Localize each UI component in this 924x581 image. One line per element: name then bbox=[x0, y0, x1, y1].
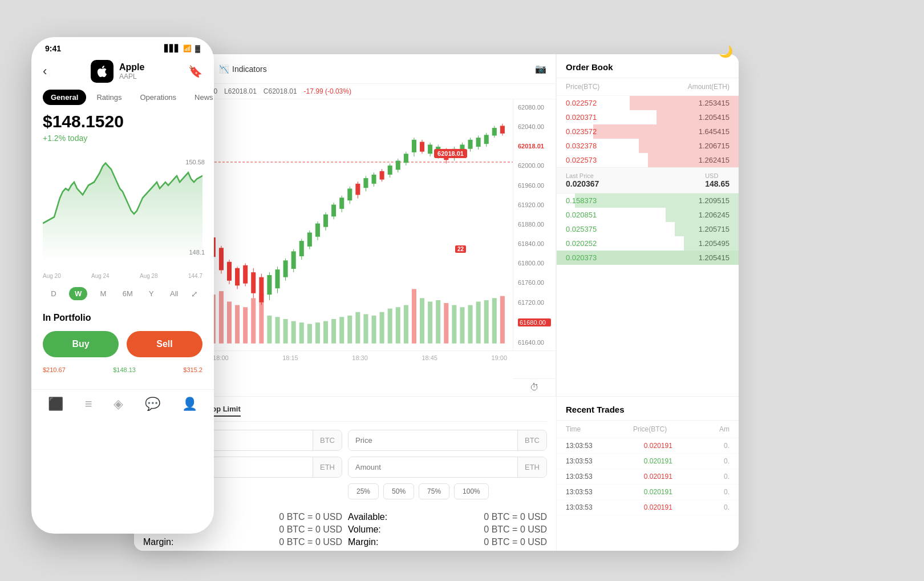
order-book-headers: Price(BTC) Amount(ETH) bbox=[557, 78, 739, 96]
date-label-right: Aug 28 bbox=[140, 273, 158, 279]
phone-header: ‹ Apple AAPL 🔖 bbox=[31, 58, 214, 90]
buy-order-1[interactable]: 0.158373 1.209515 bbox=[557, 193, 739, 208]
ob-mid-right: USD 148.65 bbox=[705, 172, 730, 188]
price-label-6: 61880.00 bbox=[518, 221, 551, 228]
clock-icon[interactable]: ⏱ bbox=[530, 382, 539, 393]
buy-bar-4 bbox=[684, 236, 739, 251]
sell-order-5[interactable]: 0.022573 1.262415 bbox=[557, 153, 739, 167]
svg-rect-28 bbox=[243, 265, 248, 284]
tf-d[interactable]: D bbox=[47, 287, 59, 300]
svg-rect-64 bbox=[388, 166, 392, 175]
recent-trades-title: Recent Trades bbox=[557, 397, 739, 421]
svg-rect-116 bbox=[323, 321, 328, 344]
ohlc-change: -17.99 (-0.03%) bbox=[304, 87, 351, 95]
svg-rect-126 bbox=[404, 305, 408, 344]
svg-rect-122 bbox=[372, 316, 376, 344]
svg-rect-130 bbox=[436, 300, 440, 344]
pct-50[interactable]: 50% bbox=[383, 483, 414, 499]
buy-order-4[interactable]: 0.020252 1.205495 bbox=[557, 236, 739, 251]
sell-order-4[interactable]: 0.032378 1.206715 bbox=[557, 139, 739, 153]
tab-operations[interactable]: Operations bbox=[132, 90, 185, 105]
left-margin-row: Margin: 0 BTC = 0 USD bbox=[143, 536, 342, 548]
svg-rect-74 bbox=[428, 144, 432, 154]
back-button[interactable]: ‹ bbox=[43, 64, 47, 79]
indicators-icon: 📉 bbox=[219, 64, 229, 74]
portfolio-buttons: Buy Sell bbox=[43, 331, 202, 357]
price-label-8: 61800.00 bbox=[518, 260, 551, 267]
order-book-mid: Last Price 0.020367 USD 148.65 bbox=[557, 167, 739, 193]
trade-5: 13:03:53 0.020191 0. bbox=[557, 500, 739, 515]
tf-all[interactable]: All bbox=[167, 287, 181, 300]
svg-rect-50 bbox=[331, 205, 336, 217]
phone-portfolio: In Portfolio Buy Sell $210.67 $148.13 $3… bbox=[31, 304, 214, 389]
buy-order-3[interactable]: 0.025375 1.205715 bbox=[557, 222, 739, 236]
buy-button[interactable]: Buy bbox=[43, 331, 119, 357]
camera-button[interactable]: 📷 bbox=[535, 63, 546, 74]
nav-chart-icon[interactable]: ◈ bbox=[114, 397, 123, 411]
nav-user-icon[interactable]: 👤 bbox=[182, 397, 197, 411]
nav-list-icon[interactable]: ≡ bbox=[85, 397, 92, 411]
tf-w[interactable]: W bbox=[69, 287, 87, 300]
right-amount-input[interactable] bbox=[348, 457, 517, 477]
price-badge-22: 22 bbox=[455, 243, 466, 253]
buy-order-5[interactable]: 0.020373 1.205415 bbox=[557, 251, 739, 265]
right-margin-row: Margin: 0 BTC = 0 USD bbox=[348, 536, 547, 548]
stock-name: Apple bbox=[119, 62, 144, 72]
sell-order-1[interactable]: 0.022572 1.253415 bbox=[557, 96, 739, 110]
tf-m[interactable]: M bbox=[96, 287, 110, 300]
pct-25[interactable]: 25% bbox=[348, 483, 379, 499]
svg-rect-60 bbox=[372, 175, 376, 184]
tab-general[interactable]: General bbox=[43, 90, 86, 105]
stat-val-2: $148.13 bbox=[113, 366, 136, 373]
time-1815: 18:15 bbox=[282, 354, 298, 361]
nav-chat-icon[interactable]: 💬 bbox=[145, 397, 160, 411]
sell-order-2[interactable]: 0.020371 1.205415 bbox=[557, 110, 739, 124]
svg-rect-109 bbox=[267, 316, 271, 344]
right-price-input[interactable] bbox=[348, 430, 517, 450]
price-label-9: 61760.00 bbox=[518, 279, 551, 286]
buy-bar-1 bbox=[575, 193, 739, 208]
candles-recovery bbox=[251, 259, 287, 305]
svg-rect-120 bbox=[355, 312, 360, 344]
svg-rect-48 bbox=[323, 215, 328, 227]
buy-order-2[interactable]: 0.020851 1.206245 bbox=[557, 208, 739, 222]
price-label-2: 62018.01 bbox=[518, 143, 551, 150]
svg-rect-66 bbox=[396, 161, 400, 170]
svg-rect-30 bbox=[251, 272, 256, 293]
svg-rect-62 bbox=[380, 171, 384, 180]
sell-bar-1 bbox=[630, 96, 739, 110]
pct-75[interactable]: 75% bbox=[419, 483, 449, 499]
order-book-panel: Order Book Price(BTC) Amount(ETH) 0.0225… bbox=[556, 54, 739, 397]
expand-chart-icon[interactable]: ⤢ bbox=[191, 289, 198, 298]
dark-mode-toggle[interactable]: 🌙 bbox=[715, 41, 736, 62]
left-amount-suffix: ETH bbox=[313, 457, 342, 477]
right-margin-label: Margin: bbox=[348, 537, 378, 547]
moon-icon: 🌙 bbox=[719, 45, 733, 58]
svg-rect-137 bbox=[492, 298, 497, 343]
ob-mid-left: Last Price 0.020367 bbox=[566, 172, 599, 188]
sell-order-3[interactable]: 0.023572 1.645415 bbox=[557, 124, 739, 139]
tf-y[interactable]: Y bbox=[145, 287, 157, 300]
tab-news[interactable]: News bbox=[187, 90, 214, 105]
nav-home-icon[interactable]: ⬛ bbox=[48, 397, 63, 411]
tab-ratings[interactable]: Ratings bbox=[88, 90, 129, 105]
left-volume-val: 0 BTC = 0 USD bbox=[279, 524, 342, 535]
right-volume-row: Volume: 0 BTC = 0 USD bbox=[348, 523, 547, 536]
phone: 9:41 ▋▋▋ 📶 ▓ ‹ Apple AAPL 🔖 bbox=[31, 37, 214, 534]
sell-bar-3 bbox=[593, 124, 739, 139]
svg-rect-114 bbox=[307, 324, 312, 344]
svg-rect-46 bbox=[315, 224, 320, 237]
svg-rect-86 bbox=[476, 138, 481, 147]
price-label-4: 61960.00 bbox=[518, 182, 551, 189]
chart-label-lower: 144.7 bbox=[188, 273, 202, 279]
pct-100[interactable]: 100% bbox=[454, 483, 489, 499]
right-available-row: Available: 0 BTC = 0 USD bbox=[348, 511, 547, 523]
stock-ticker: AAPL bbox=[119, 72, 144, 80]
indicators-button[interactable]: 📉 Indicators bbox=[219, 64, 267, 74]
sell-button[interactable]: Sell bbox=[127, 331, 202, 357]
ohlc-l: L62018.01 bbox=[224, 87, 257, 95]
tf-6m[interactable]: 6M bbox=[119, 287, 136, 300]
left-available-val: 0 BTC = 0 USD bbox=[279, 512, 342, 522]
bookmark-icon[interactable]: 🔖 bbox=[188, 64, 202, 78]
buy-orders: 0.158373 1.209515 0.020851 1.206245 0.02… bbox=[557, 193, 739, 265]
